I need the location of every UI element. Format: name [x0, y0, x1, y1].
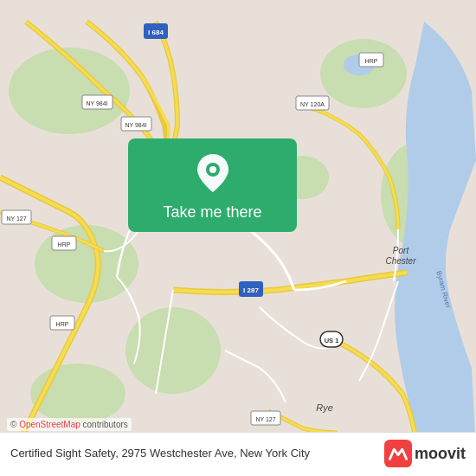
take-me-there-label: Take me there [163, 203, 261, 222]
osm-attribution: © OpenStreetMap contributors [7, 418, 132, 431]
svg-text:NY 127: NY 127 [255, 416, 275, 422]
svg-text:NY 984I: NY 984I [125, 122, 146, 128]
moovit-text: moovit [415, 445, 466, 463]
svg-text:Port: Port [393, 246, 410, 255]
svg-text:I 287: I 287 [243, 286, 259, 294]
take-me-there-button[interactable]: Take me there [128, 138, 297, 232]
svg-point-36 [209, 166, 216, 173]
svg-text:US 1: US 1 [325, 337, 339, 344]
svg-text:HRP: HRP [56, 321, 69, 327]
svg-text:Rye: Rye [316, 402, 333, 413]
moovit-logo: moovit [384, 440, 466, 467]
svg-text:HRP: HRP [58, 241, 71, 248]
svg-text:Chester: Chester [385, 256, 416, 266]
attribution-prefix: © [10, 420, 19, 429]
osm-link[interactable]: OpenStreetMap [19, 420, 80, 429]
svg-point-4 [35, 225, 138, 303]
moovit-icon [384, 440, 412, 467]
svg-text:I 684: I 684 [148, 29, 164, 36]
location-pin-icon [196, 152, 230, 196]
svg-text:NY 127: NY 127 [6, 215, 26, 222]
svg-text:NY 120A: NY 120A [300, 101, 325, 107]
svg-text:HRP: HRP [365, 58, 378, 64]
info-bar: Certified Sight Safety, 2975 Westchester… [0, 432, 476, 476]
svg-text:NY 984I: NY 984I [86, 100, 107, 106]
map-background: I 684 NY 984I NY 984I NY 127 HRP HRP HRP… [0, 0, 476, 476]
attribution-suffix: contributors [80, 420, 128, 429]
address-text: Certified Sight Safety, 2975 Westchester… [10, 446, 376, 461]
map-container: I 684 NY 984I NY 984I NY 127 HRP HRP HRP… [0, 0, 476, 476]
